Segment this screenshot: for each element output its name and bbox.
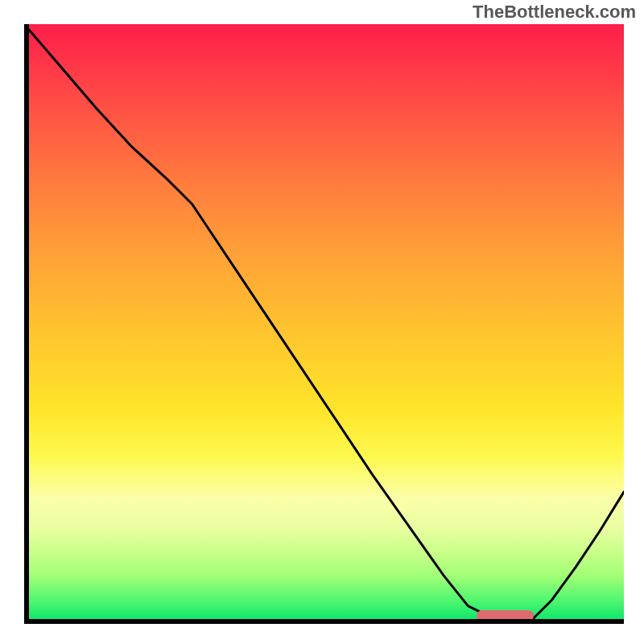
- optimal-marker: [477, 610, 534, 621]
- attribution-text: TheBottleneck.com: [473, 2, 636, 23]
- chart-container: TheBottleneck.com: [0, 0, 644, 644]
- plot-area: [24, 24, 624, 624]
- gradient-background: [24, 24, 624, 624]
